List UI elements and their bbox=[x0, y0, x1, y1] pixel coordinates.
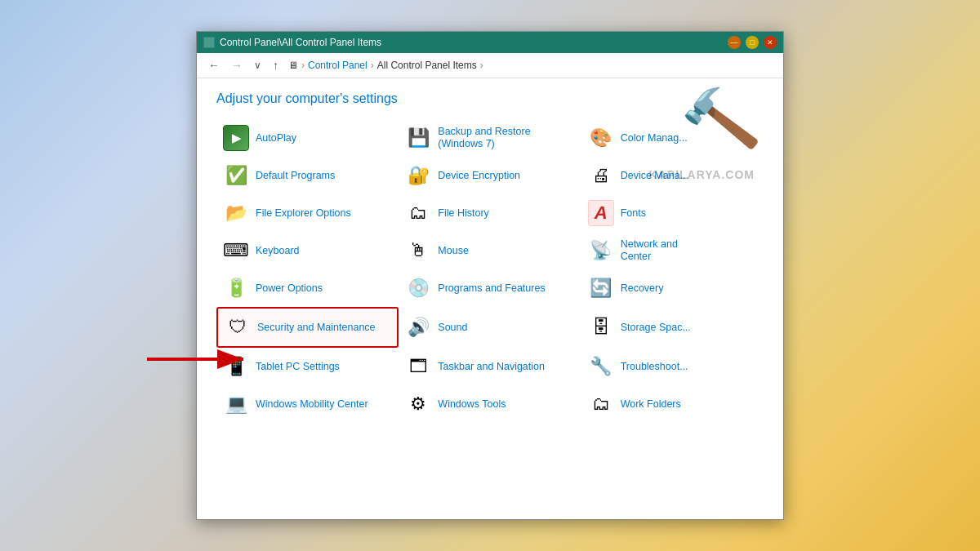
item-default-icon: ✅ bbox=[223, 162, 249, 189]
item-filehistory-icon: 🗂 bbox=[405, 200, 431, 226]
toolbar: ← → ∨ ↑ 🖥 › Control Panel › All Control … bbox=[197, 53, 783, 78]
item-fileexplorer[interactable]: 📂 File Explorer Options bbox=[216, 194, 399, 232]
item-network-label: Network andCenter bbox=[621, 238, 678, 263]
item-network[interactable]: 📡 Network andCenter bbox=[581, 232, 764, 269]
item-color-icon: 🎨 bbox=[588, 125, 614, 151]
item-fonts-label: Fonts bbox=[621, 207, 646, 219]
item-security-icon: 🛡 bbox=[225, 314, 251, 340]
breadcrumb-icon: 🖥 bbox=[288, 60, 298, 71]
item-devicemgr[interactable]: 🖨 Device Mana... bbox=[581, 157, 764, 194]
item-wintools-icon: ⚙ bbox=[405, 391, 431, 417]
item-encryption-label: Device Encryption bbox=[438, 170, 520, 181]
breadcrumb: 🖥 › Control Panel › All Control Panel It… bbox=[288, 60, 483, 71]
item-autoplay-icon: ▶ bbox=[223, 125, 249, 151]
item-backup-icon: 💾 bbox=[405, 125, 431, 151]
item-wintools-label: Windows Tools bbox=[438, 398, 506, 410]
item-color-label: Color Manag... bbox=[621, 132, 688, 144]
item-workfolders-icon: 🗂 bbox=[588, 391, 614, 417]
item-fonts[interactable]: A Fonts bbox=[581, 194, 764, 232]
item-workfolders[interactable]: 🗂 Work Folders bbox=[581, 385, 764, 423]
items-grid: ▶ AutoPlay 💾 Backup and Restore(Windows … bbox=[216, 119, 764, 423]
item-default-label: Default Programs bbox=[256, 170, 335, 181]
item-power-icon: 🔋 bbox=[223, 275, 249, 301]
breadcrumb-sep3: › bbox=[480, 60, 483, 71]
item-devicemgr-label: Device Mana... bbox=[621, 170, 688, 181]
item-taskbar[interactable]: 🗔 Taskbar and Navigation bbox=[399, 348, 581, 385]
item-storage-icon: 🗄 bbox=[588, 314, 614, 340]
item-workfolders-label: Work Folders bbox=[621, 398, 681, 410]
item-troubleshoot-icon: 🔧 bbox=[588, 353, 614, 380]
item-sound-icon: 🔊 bbox=[405, 314, 431, 340]
item-encryption[interactable]: 🔐 Device Encryption bbox=[399, 157, 581, 194]
item-security[interactable]: 🛡 Security and Maintenance bbox=[216, 307, 399, 348]
breadcrumb-current: All Control Panel Items bbox=[377, 60, 477, 71]
item-taskbar-label: Taskbar and Navigation bbox=[438, 361, 545, 372]
title-bar-icon bbox=[203, 37, 215, 48]
item-programs-label: Programs and Features bbox=[438, 282, 545, 294]
item-backup-label: Backup and Restore(Windows 7) bbox=[438, 126, 530, 150]
item-mouse-icon: 🖱 bbox=[405, 238, 431, 264]
item-programs-icon: 💿 bbox=[405, 275, 431, 301]
page-title: Adjust your computer's settings bbox=[216, 91, 764, 106]
item-default[interactable]: ✅ Default Programs bbox=[216, 157, 399, 194]
item-filehistory-label: File History bbox=[438, 207, 489, 219]
desktop: Control Panel\All Control Panel Items — … bbox=[0, 0, 980, 551]
item-keyboard[interactable]: ⌨ Keyboard bbox=[216, 232, 399, 269]
window: Control Panel\All Control Panel Items — … bbox=[196, 31, 784, 520]
item-keyboard-icon: ⌨ bbox=[223, 238, 249, 264]
item-sound[interactable]: 🔊 Sound bbox=[399, 307, 581, 348]
item-troubleshoot[interactable]: 🔧 Troubleshoot... bbox=[581, 348, 764, 385]
item-mobility[interactable]: 💻 Windows Mobility Center bbox=[216, 385, 399, 423]
item-mobility-label: Windows Mobility Center bbox=[256, 398, 368, 410]
breadcrumb-sep2: › bbox=[371, 60, 374, 71]
item-taskbar-icon: 🗔 bbox=[405, 353, 431, 380]
item-fileexplorer-label: File Explorer Options bbox=[256, 207, 351, 219]
item-network-icon: 📡 bbox=[588, 238, 614, 264]
item-mouse-label: Mouse bbox=[438, 245, 469, 256]
item-color[interactable]: 🎨 Color Manag... bbox=[581, 119, 764, 157]
breadcrumb-controlpanel[interactable]: Control Panel bbox=[308, 60, 368, 71]
item-tablet-label: Tablet PC Settings bbox=[256, 361, 340, 372]
back-button[interactable]: ← bbox=[203, 56, 225, 74]
item-recovery[interactable]: 🔄 Recovery bbox=[581, 269, 764, 307]
item-fileexplorer-icon: 📂 bbox=[223, 200, 249, 226]
item-power[interactable]: 🔋 Power Options bbox=[216, 269, 399, 307]
item-fonts-icon: A bbox=[588, 200, 614, 226]
item-sound-label: Sound bbox=[438, 322, 467, 333]
win-maximize[interactable]: □ bbox=[746, 36, 759, 49]
window-title: Control Panel\All Control Panel Items bbox=[220, 37, 381, 48]
item-autoplay-label: AutoPlay bbox=[256, 132, 296, 144]
item-mobility-icon: 💻 bbox=[223, 391, 249, 417]
title-bar: Control Panel\All Control Panel Items — … bbox=[197, 32, 783, 53]
item-power-label: Power Options bbox=[256, 282, 323, 294]
item-devicemgr-icon: 🖨 bbox=[588, 162, 614, 189]
up-button[interactable]: ↑ bbox=[268, 56, 283, 74]
content-area: 🔨 KAPILARYA.COM Adjust your computer's s… bbox=[197, 78, 783, 519]
item-security-label: Security and Maintenance bbox=[257, 322, 376, 333]
item-autoplay[interactable]: ▶ AutoPlay bbox=[216, 119, 399, 157]
item-wintools[interactable]: ⚙ Windows Tools bbox=[399, 385, 581, 423]
item-recovery-label: Recovery bbox=[621, 282, 664, 294]
item-keyboard-label: Keyboard bbox=[256, 245, 300, 256]
win-close[interactable]: ✕ bbox=[764, 36, 777, 49]
annotation-arrow bbox=[147, 348, 253, 371]
item-encryption-icon: 🔐 bbox=[405, 162, 431, 189]
item-programs[interactable]: 💿 Programs and Features bbox=[399, 269, 581, 307]
dropdown-button[interactable]: ∨ bbox=[249, 57, 266, 73]
item-backup[interactable]: 💾 Backup and Restore(Windows 7) bbox=[399, 119, 581, 157]
item-storage-label: Storage Spac... bbox=[621, 322, 691, 333]
item-troubleshoot-label: Troubleshoot... bbox=[621, 361, 688, 372]
item-mouse[interactable]: 🖱 Mouse bbox=[399, 232, 581, 269]
breadcrumb-sep1: › bbox=[301, 60, 305, 71]
item-recovery-icon: 🔄 bbox=[588, 275, 614, 301]
item-storage[interactable]: 🗄 Storage Spac... bbox=[581, 307, 764, 348]
win-minimize[interactable]: — bbox=[728, 36, 741, 49]
forward-button[interactable]: → bbox=[226, 56, 247, 74]
item-filehistory[interactable]: 🗂 File History bbox=[399, 194, 581, 232]
